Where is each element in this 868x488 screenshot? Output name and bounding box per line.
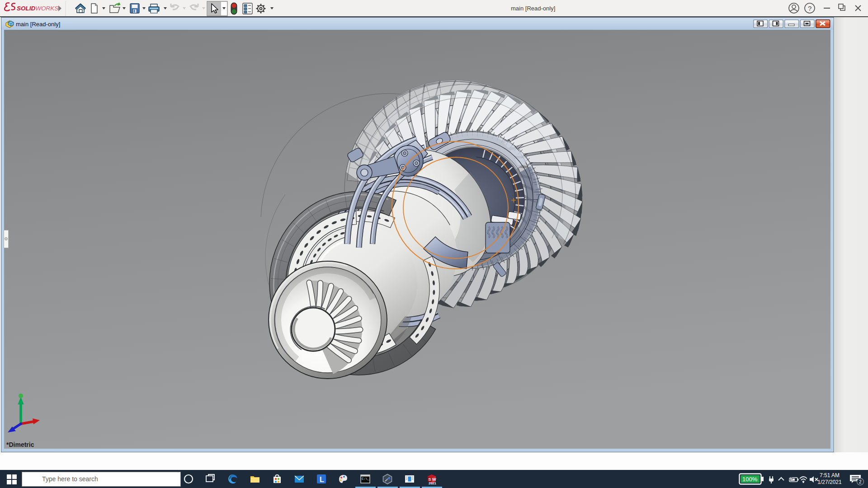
svg-text:L: L bbox=[320, 476, 324, 483]
svg-text:?: ? bbox=[808, 5, 811, 12]
svg-text:100%: 100% bbox=[742, 476, 758, 483]
svg-text:C:\_: C:\_ bbox=[362, 477, 370, 481]
svg-text:SOLIDWORKS: SOLIDWORKS bbox=[17, 5, 58, 12]
svg-text:2: 2 bbox=[859, 479, 862, 484]
svg-text:2021: 2021 bbox=[429, 481, 436, 485]
svg-text:*Dimetric: *Dimetric bbox=[6, 441, 34, 448]
